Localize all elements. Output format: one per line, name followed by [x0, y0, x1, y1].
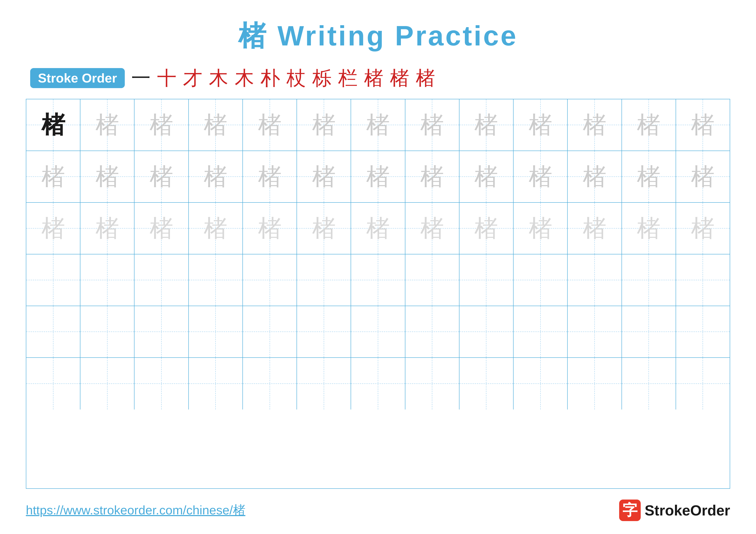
grid-cell-r5-c9[interactable] — [459, 306, 514, 357]
grid-cell-r6-c13[interactable] — [676, 358, 730, 410]
grid-cell-r6-c12[interactable] — [622, 358, 676, 410]
grid-cell-r4-c5[interactable] — [243, 254, 297, 306]
grid-cell-r5-c8[interactable] — [405, 306, 459, 357]
char-light: 楮 — [297, 151, 351, 202]
char-light: 楮 — [134, 151, 188, 202]
grid-cell-r2-c9[interactable]: 楮 — [459, 151, 514, 202]
grid-cell-r2-c2[interactable]: 楮 — [80, 151, 134, 202]
grid-cell-r2-c10[interactable]: 楮 — [514, 151, 568, 202]
grid-cell-r5-c4[interactable] — [189, 306, 243, 357]
grid-cell-r3-c4[interactable]: 楮 — [189, 203, 243, 254]
grid-cell-r4-c11[interactable] — [568, 254, 622, 306]
grid-cell-r5-c10[interactable] — [514, 306, 568, 357]
grid-cell-r6-c3[interactable] — [134, 358, 189, 410]
char-light: 楮 — [676, 151, 730, 202]
grid-cell-r6-c7[interactable] — [351, 358, 405, 410]
stroke-order-row: Stroke Order 一 十 才 木 木 朴 杖 栎 栏 楮 楮 楮 — [30, 68, 435, 88]
grid-cell-r3-c5[interactable]: 楮 — [243, 203, 297, 254]
grid-cell-r4-c12[interactable] — [622, 254, 676, 306]
grid-row-4 — [26, 254, 730, 306]
grid-cell-r6-c4[interactable] — [189, 358, 243, 410]
grid-cell-r5-c1[interactable] — [26, 306, 80, 357]
grid-cell-r4-c2[interactable] — [80, 254, 134, 306]
stroke-step-3: 才 — [183, 68, 202, 88]
char-lighter: 楮 — [351, 203, 405, 254]
grid-cell-r4-c8[interactable] — [405, 254, 459, 306]
grid-cell-r5-c13[interactable] — [676, 306, 730, 357]
grid-cell-r2-c4[interactable]: 楮 — [189, 151, 243, 202]
grid-cell-r3-c8[interactable]: 楮 — [405, 203, 459, 254]
char-light: 楮 — [189, 99, 242, 151]
stroke-step-7: 杖 — [286, 68, 306, 88]
grid-cell-r3-c2[interactable]: 楮 — [80, 203, 134, 254]
char-lighter: 楮 — [189, 203, 242, 254]
page-container: 楮 Writing Practice Stroke Order 一 十 才 木 … — [0, 0, 756, 534]
grid-cell-r5-c12[interactable] — [622, 306, 676, 357]
grid-cell-r1-c1[interactable]: 楮 — [26, 99, 80, 151]
grid-cell-r6-c6[interactable] — [297, 358, 351, 410]
grid-cell-r5-c3[interactable] — [134, 306, 189, 357]
grid-cell-r2-c6[interactable]: 楮 — [297, 151, 351, 202]
grid-cell-r3-c12[interactable]: 楮 — [622, 203, 676, 254]
grid-cell-r1-c3[interactable]: 楮 — [134, 99, 189, 151]
grid-cell-r5-c6[interactable] — [297, 306, 351, 357]
grid-cell-r3-c11[interactable]: 楮 — [568, 203, 622, 254]
grid-cell-r6-c2[interactable] — [80, 358, 134, 410]
practice-grid[interactable]: 楮 楮 楮 楮 楮 楮 楮 楮 楮 楮 楮 楮 楮 楮 楮 楮 楮 楮 楮 楮 … — [26, 99, 730, 489]
grid-cell-r1-c8[interactable]: 楮 — [405, 99, 459, 151]
grid-cell-r3-c6[interactable]: 楮 — [297, 203, 351, 254]
grid-row-3: 楮 楮 楮 楮 楮 楮 楮 楮 楮 楮 楮 楮 楮 — [26, 203, 730, 254]
grid-cell-r4-c10[interactable] — [514, 254, 568, 306]
grid-cell-r6-c10[interactable] — [514, 358, 568, 410]
footer-url[interactable]: https://www.strokeorder.com/chinese/楮 — [26, 502, 245, 519]
grid-cell-r4-c4[interactable] — [189, 254, 243, 306]
grid-cell-r1-c10[interactable]: 楮 — [514, 99, 568, 151]
grid-cell-r2-c5[interactable]: 楮 — [243, 151, 297, 202]
grid-cell-r1-c12[interactable]: 楮 — [622, 99, 676, 151]
grid-cell-r1-c9[interactable]: 楮 — [459, 99, 514, 151]
grid-cell-r6-c8[interactable] — [405, 358, 459, 410]
grid-cell-r1-c2[interactable]: 楮 — [80, 99, 134, 151]
grid-cell-r4-c1[interactable] — [26, 254, 80, 306]
char-light: 楮 — [351, 151, 405, 202]
stroke-step-4: 木 — [209, 68, 228, 88]
grid-cell-r6-c9[interactable] — [459, 358, 514, 410]
grid-cell-r1-c11[interactable]: 楮 — [568, 99, 622, 151]
grid-cell-r1-c4[interactable]: 楮 — [189, 99, 243, 151]
grid-cell-r6-c5[interactable] — [243, 358, 297, 410]
grid-cell-r4-c13[interactable] — [676, 254, 730, 306]
grid-cell-r4-c7[interactable] — [351, 254, 405, 306]
stroke-step-8: 栎 — [312, 68, 332, 88]
grid-cell-r2-c8[interactable]: 楮 — [405, 151, 459, 202]
grid-cell-r5-c7[interactable] — [351, 306, 405, 357]
stroke-step-1: 一 — [131, 68, 150, 88]
grid-cell-r3-c3[interactable]: 楮 — [134, 203, 189, 254]
grid-cell-r3-c9[interactable]: 楮 — [459, 203, 514, 254]
char-lighter: 楮 — [459, 203, 513, 254]
grid-cell-r3-c13[interactable]: 楮 — [676, 203, 730, 254]
char-light: 楮 — [622, 99, 676, 151]
grid-cell-r2-c7[interactable]: 楮 — [351, 151, 405, 202]
grid-cell-r1-c6[interactable]: 楮 — [297, 99, 351, 151]
grid-cell-r3-c10[interactable]: 楮 — [514, 203, 568, 254]
grid-cell-r4-c9[interactable] — [459, 254, 514, 306]
grid-cell-r3-c7[interactable]: 楮 — [351, 203, 405, 254]
grid-cell-r1-c13[interactable]: 楮 — [676, 99, 730, 151]
grid-cell-r6-c1[interactable] — [26, 358, 80, 410]
grid-cell-r1-c7[interactable]: 楮 — [351, 99, 405, 151]
char-lighter: 楮 — [297, 203, 351, 254]
grid-cell-r5-c11[interactable] — [568, 306, 622, 357]
grid-cell-r2-c12[interactable]: 楮 — [622, 151, 676, 202]
grid-cell-r5-c5[interactable] — [243, 306, 297, 357]
grid-cell-r4-c6[interactable] — [297, 254, 351, 306]
grid-cell-r2-c1[interactable]: 楮 — [26, 151, 80, 202]
grid-cell-r2-c13[interactable]: 楮 — [676, 151, 730, 202]
grid-cell-r2-c3[interactable]: 楮 — [134, 151, 189, 202]
grid-cell-r2-c11[interactable]: 楮 — [568, 151, 622, 202]
char-light: 楮 — [134, 99, 188, 151]
grid-cell-r3-c1[interactable]: 楮 — [26, 203, 80, 254]
grid-cell-r6-c11[interactable] — [568, 358, 622, 410]
grid-cell-r1-c5[interactable]: 楮 — [243, 99, 297, 151]
grid-cell-r4-c3[interactable] — [134, 254, 189, 306]
grid-cell-r5-c2[interactable] — [80, 306, 134, 357]
